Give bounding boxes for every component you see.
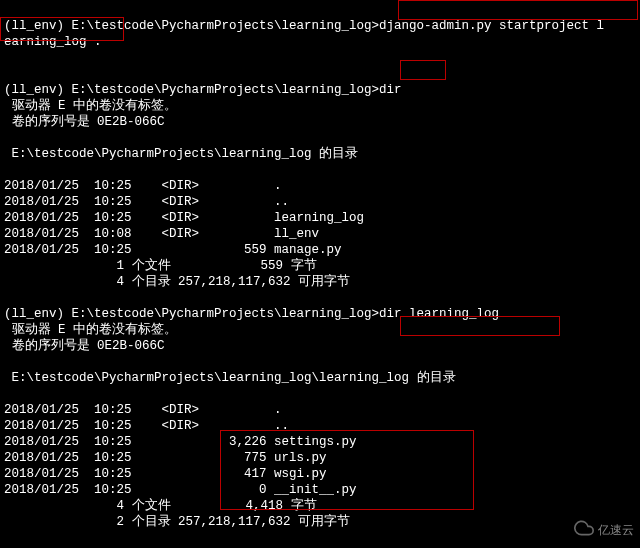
- prompt: (ll_env) E:\testcode\PycharmProjects\lea…: [4, 19, 379, 33]
- command-dir-subfolder: dir learning_log: [379, 307, 499, 321]
- dir-row: 2018/01/25 10:25 <DIR> .: [4, 179, 282, 193]
- cloud-icon: [574, 518, 594, 542]
- dir-row: 2018/01/25 10:25 417 wsgi.py: [4, 467, 327, 481]
- serial-number: 卷的序列号是 0E2B-066C: [4, 115, 165, 129]
- command-startproject: django-admin.py startproject l: [379, 19, 604, 33]
- dir-summary-files: 4 个文件 4,418 字节: [4, 499, 317, 513]
- dir-row: 2018/01/25 10:25 775 urls.py: [4, 451, 327, 465]
- dir-row: 2018/01/25 10:25 3,226 settings.py: [4, 435, 357, 449]
- drive-label: 驱动器 E 中的卷没有标签。: [4, 99, 177, 113]
- prompt: (ll_env) E:\testcode\PycharmProjects\lea…: [4, 83, 379, 97]
- drive-label: 驱动器 E 中的卷没有标签。: [4, 323, 177, 337]
- dir-row: 2018/01/25 10:25 <DIR> ..: [4, 419, 289, 433]
- dir-row: 2018/01/25 10:25 <DIR> ..: [4, 195, 289, 209]
- terminal-output: (ll_env) E:\testcode\PycharmProjects\lea…: [0, 0, 640, 548]
- dir-summary-files: 1 个文件 559 字节: [4, 259, 317, 273]
- dir-row: 2018/01/25 10:25 <DIR> .: [4, 403, 282, 417]
- dir-row: 2018/01/25 10:25 <DIR> learning_log: [4, 211, 364, 225]
- watermark: 亿速云: [574, 518, 634, 542]
- dir-header: E:\testcode\PycharmProjects\learning_log…: [4, 371, 456, 385]
- dir-row: 2018/01/25 10:08 <DIR> ll_env: [4, 227, 319, 241]
- dir-row: 2018/01/25 10:25 559 manage.py: [4, 243, 342, 257]
- command-dir: dir: [379, 83, 402, 97]
- watermark-text: 亿速云: [598, 522, 634, 538]
- dir-row: 2018/01/25 10:25 0 __init__.py: [4, 483, 357, 497]
- dir-header: E:\testcode\PycharmProjects\learning_log…: [4, 147, 358, 161]
- dir-summary-dirs: 4 个目录 257,218,117,632 可用字节: [4, 275, 350, 289]
- serial-number: 卷的序列号是 0E2B-066C: [4, 339, 165, 353]
- dir-summary-dirs: 2 个目录 257,218,117,632 可用字节: [4, 515, 350, 529]
- prompt: (ll_env) E:\testcode\PycharmProjects\lea…: [4, 307, 379, 321]
- command-startproject-cont: earning_log .: [4, 35, 102, 49]
